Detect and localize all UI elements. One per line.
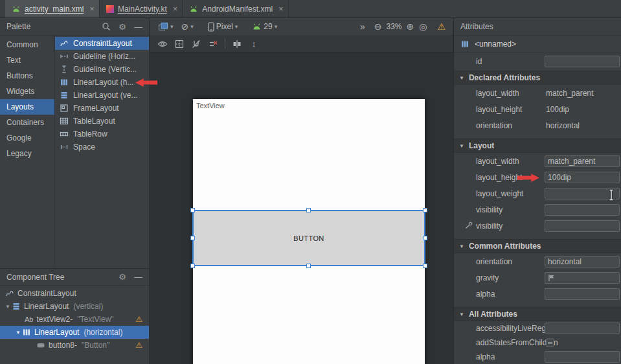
attribute-row-layout-width: layout_width match_parent	[454, 153, 621, 169]
alpha-input[interactable]	[545, 351, 620, 363]
attribute-name: layout_height	[476, 105, 522, 114]
accessibilityliveregion-input[interactable]	[545, 323, 620, 334]
alpha-input[interactable]	[545, 288, 620, 300]
minimize-icon[interactable]: —	[134, 23, 142, 31]
palette-item-framelayout[interactable]: FrameLayout	[55, 102, 149, 115]
tree-item-constraintlayout[interactable]: ConstraintLayout	[0, 287, 149, 300]
resize-handle-top-left[interactable]	[190, 208, 195, 212]
attribute-name: gravity	[476, 273, 499, 282]
view-options-button[interactable]	[154, 37, 171, 51]
section-layout[interactable]: ▼ Layout	[454, 139, 621, 153]
guideline-vertical-icon	[59, 65, 69, 74]
attribute-value[interactable]: 100dip	[546, 105, 569, 114]
clear-constraints-button[interactable]	[205, 37, 221, 51]
resize-handle-bottom-left[interactable]	[190, 264, 195, 268]
palette-item-tablerow[interactable]: TableRow	[55, 128, 149, 141]
canvas-button[interactable]: BUTTON	[193, 234, 425, 242]
section-title: Layout	[469, 141, 494, 150]
palette-category-buttons[interactable]: Buttons	[0, 68, 54, 84]
tablerow-icon	[59, 130, 69, 139]
api-level-selector[interactable]: 29 ▾	[249, 19, 280, 34]
chevron-down-icon[interactable]: ▼	[16, 330, 22, 336]
attributes-title: Attributes	[460, 22, 615, 31]
palette-categories: Common Text Buttons Widgets Layouts Cont…	[0, 36, 55, 268]
tab-androidmanifest-xml[interactable]: AndroidManifest.xml ×	[183, 0, 288, 17]
warning-icon[interactable]: ⚠	[135, 315, 142, 324]
chevron-down-icon[interactable]: ▼	[5, 304, 12, 310]
visibility-input[interactable]	[545, 204, 620, 216]
layout-height-input[interactable]: 100dip	[545, 172, 620, 183]
selected-component-name: <unnamed>	[475, 40, 516, 49]
resize-handle-top-right[interactable]	[423, 208, 427, 212]
palette-item-guideline-horizontal[interactable]: Guideline (Horiz...	[55, 50, 149, 63]
expand-vertical-button[interactable]: ↕	[245, 37, 262, 51]
wrench-icon	[465, 222, 473, 229]
toolbar-overflow-icon[interactable]: »	[360, 22, 365, 31]
tree-item-textview2[interactable]: Ab textView2-"TextView" ⚠	[0, 313, 149, 326]
attribute-name: visibility	[476, 205, 502, 214]
pack-horizontal-button[interactable]	[229, 37, 245, 51]
palette-item-linearlayout-vertical[interactable]: LinearLayout (ve...	[55, 89, 149, 102]
gear-icon[interactable]: ⚙	[119, 23, 126, 31]
design-canvas[interactable]: TextView BUTTON	[150, 52, 453, 364]
show-blueprint-button[interactable]	[171, 37, 188, 51]
palette-category-text[interactable]: Text	[0, 52, 54, 68]
gear-icon[interactable]: ⚙	[119, 273, 126, 281]
device-selector[interactable]: Pixel ▾	[205, 19, 241, 34]
palette-item-constraintlayout[interactable]: ConstraintLayout	[55, 37, 149, 50]
night-mode-button[interactable]: ⊘ ▾	[179, 19, 196, 34]
attribute-value[interactable]: horizontal	[546, 121, 580, 130]
palette-category-common[interactable]: Common	[0, 37, 54, 52]
framelayout-icon	[59, 104, 69, 113]
resize-handle-mid-left[interactable]	[190, 236, 195, 240]
section-all-attributes[interactable]: ▼ All Attributes	[454, 307, 621, 321]
tree-item-linearlayout-vertical[interactable]: ▼ LinearLayout(vertical)	[0, 300, 149, 313]
warning-icon[interactable]: ⚠	[135, 341, 142, 350]
resize-handle-mid-right[interactable]	[423, 236, 427, 240]
constraintlayout-icon	[5, 289, 14, 298]
zoom-in-button[interactable]: ⊕	[406, 22, 414, 31]
orientation-input[interactable]: horizontal	[545, 256, 620, 267]
palette-category-containers[interactable]: Containers	[0, 115, 54, 130]
section-common-attributes[interactable]: ▼ Common Attributes	[454, 239, 621, 253]
tab-mainactivity-kt[interactable]: MainActivity.kt ×	[100, 0, 183, 17]
autoconnect-off-button[interactable]	[188, 37, 205, 51]
attribute-name: layout_width	[476, 89, 519, 98]
design-mode-button[interactable]: ▾	[155, 19, 176, 34]
zoom-out-button[interactable]: ⊖	[374, 22, 382, 31]
resize-handle-bottom-center[interactable]	[306, 264, 311, 268]
tree-item-label: LinearLayout	[34, 328, 79, 337]
canvas-textview[interactable]: TextView	[196, 102, 225, 109]
palette-item-tablelayout[interactable]: TableLayout	[55, 115, 149, 128]
palette-category-widgets[interactable]: Widgets	[0, 84, 54, 99]
palette-category-legacy[interactable]: Legacy	[0, 146, 54, 161]
tools-visibility-input[interactable]	[545, 220, 620, 232]
close-icon[interactable]: ×	[173, 4, 178, 14]
canvas-selected-linearlayout[interactable]: BUTTON	[193, 210, 425, 266]
search-icon[interactable]	[102, 22, 111, 31]
layout-width-input[interactable]: match_parent	[545, 155, 620, 167]
resize-handle-bottom-right[interactable]	[423, 264, 427, 268]
palette-item-guideline-vertical[interactable]: Guideline (Vertic...	[55, 63, 149, 76]
close-icon[interactable]: ×	[89, 4, 95, 14]
tree-item-button8[interactable]: button8-"Button" ⚠	[0, 339, 149, 352]
close-icon[interactable]: ×	[278, 4, 284, 14]
gravity-input[interactable]	[545, 272, 620, 284]
resize-handle-top-center[interactable]	[306, 208, 311, 212]
tab-activity-main-xml[interactable]: activity_main.xml ×	[5, 0, 100, 17]
section-declared-attributes[interactable]: ▼ Declared Attributes	[454, 71, 621, 85]
indeterminate-checkbox[interactable]	[546, 339, 554, 347]
id-input[interactable]	[545, 56, 620, 67]
tree-item-linearlayout-horizontal[interactable]: ▼ LinearLayout(horizontal)	[0, 326, 149, 339]
issues-panel-button[interactable]: ⚠	[437, 21, 446, 32]
android-icon	[12, 5, 21, 13]
palette-category-layouts[interactable]: Layouts	[0, 99, 54, 115]
palette-item-space[interactable]: Space	[55, 141, 149, 154]
attribute-value[interactable]: match_parent	[546, 89, 593, 98]
attribute-row-visibility: visibility	[454, 201, 621, 218]
device-screen[interactable]: TextView BUTTON	[193, 99, 425, 364]
minimize-icon[interactable]: —	[134, 273, 142, 281]
zoom-to-fit-button[interactable]: ◎	[419, 22, 427, 31]
zoom-level[interactable]: 33%	[384, 22, 403, 31]
palette-category-google[interactable]: Google	[0, 130, 54, 146]
